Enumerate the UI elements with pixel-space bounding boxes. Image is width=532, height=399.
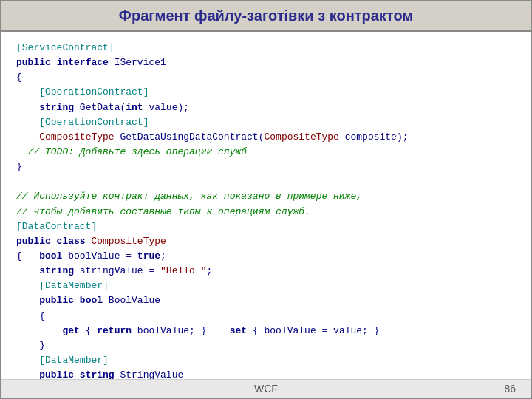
slide-number: 86	[504, 383, 516, 395]
slide-title: Фрагмент файлу-заготівки з контрактом	[119, 7, 413, 24]
title-bar: Фрагмент файлу-заготівки з контрактом	[1, 1, 531, 32]
footer-label: WCF	[254, 383, 278, 395]
content-area: [ServiceContract] public interface IServ…	[1, 32, 531, 379]
code-block: [ServiceContract] public interface IServ…	[16, 41, 516, 379]
slide: Фрагмент файлу-заготівки з контрактом [S…	[0, 0, 532, 399]
footer-bar: WCF 86	[1, 379, 531, 398]
